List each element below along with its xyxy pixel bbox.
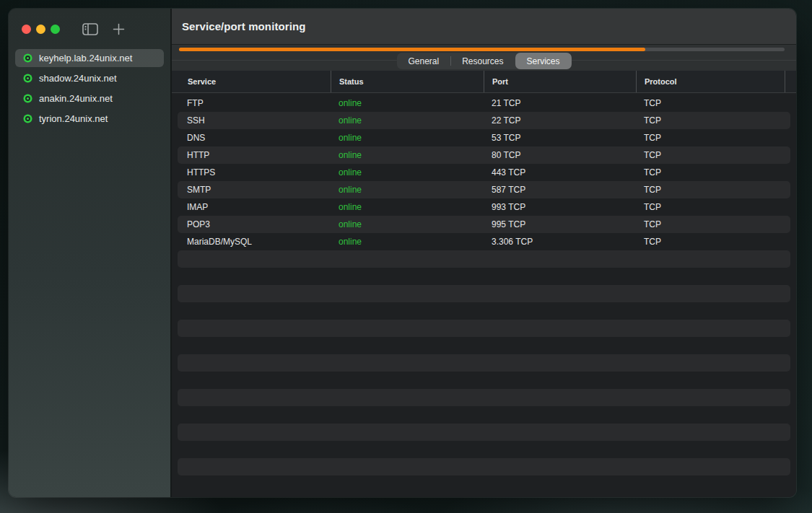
empty-table-row [178, 337, 790, 354]
table-row[interactable]: FTPonline21 TCPTCP [178, 95, 790, 112]
empty-table-row [178, 475, 790, 493]
monitoring-progress-bar [179, 48, 785, 51]
cell-protocol: TCP [636, 219, 790, 229]
table-row[interactable]: SMTPonline587 TCPTCP [178, 181, 790, 198]
server-label: shadow.24unix.net [39, 73, 117, 84]
cell-service: POP3 [178, 219, 331, 229]
app-window: keyhelp.lab.24unix.netshadow.24unix.neta… [9, 9, 796, 497]
cell-status: online [331, 219, 484, 229]
table-row[interactable]: IMAPonline993 TCPTCP [178, 198, 790, 216]
cell-status: online [331, 237, 484, 247]
table-header: ServiceStatusPortProtocol [172, 71, 796, 93]
cell-port: 3.306 TCP [484, 237, 636, 247]
table-row[interactable]: DNSonline53 TCPTCP [178, 129, 790, 146]
cell-service: SSH [178, 115, 331, 126]
table-row[interactable]: POP3online995 TCPTCP [178, 216, 790, 233]
sidebar-item-anakin[interactable]: anakin.24unix.net [15, 89, 164, 108]
empty-table-row [178, 354, 790, 372]
empty-table-row [178, 458, 790, 475]
server-list: keyhelp.lab.24unix.netshadow.24unix.neta… [9, 49, 170, 130]
cell-status: online [331, 115, 484, 126]
server-label: tyrion.24unix.net [39, 113, 108, 124]
progress-fill [179, 48, 645, 51]
empty-table-row [178, 424, 790, 441]
view-tabs: GeneralResourcesServices [396, 53, 571, 69]
column-header-port[interactable]: Port [484, 71, 636, 92]
page-title: Service/port monitoring [182, 20, 306, 32]
sidebar: keyhelp.lab.24unix.netshadow.24unix.neta… [9, 9, 172, 497]
cell-service: FTP [178, 98, 331, 108]
table-row[interactable]: HTTPSonline443 TCPTCP [178, 164, 790, 181]
server-label: anakin.24unix.net [39, 93, 113, 104]
server-status-online-icon [23, 53, 32, 63]
empty-table-row [178, 302, 790, 320]
window-titlebar: Service/port monitoring [172, 9, 796, 45]
cell-service: IMAP [178, 202, 331, 212]
cell-status: online [331, 167, 484, 177]
column-header-protocol[interactable]: Protocol [636, 71, 785, 92]
cell-port: 587 TCP [484, 185, 636, 195]
cell-port: 21 TCP [484, 98, 636, 108]
cell-service: DNS [178, 133, 331, 143]
table-row[interactable]: MariaDB/MySQLonline3.306 TCPTCP [178, 233, 790, 250]
cell-status: online [331, 150, 484, 160]
empty-table-row [178, 389, 790, 406]
desktop-background: keyhelp.lab.24unix.netshadow.24unix.neta… [0, 0, 812, 513]
empty-table-row [178, 285, 790, 302]
cell-port: 80 TCP [484, 150, 636, 160]
cell-service: HTTPS [178, 167, 331, 177]
cell-service: SMTP [178, 185, 331, 195]
empty-table-row [178, 250, 790, 268]
sidebar-item-shadow[interactable]: shadow.24unix.net [15, 69, 164, 87]
server-label: keyhelp.lab.24unix.net [39, 53, 132, 63]
empty-table-row [178, 441, 790, 458]
cell-port: 995 TCP [484, 219, 636, 229]
cell-protocol: TCP [636, 150, 790, 160]
cell-port: 22 TCP [484, 115, 636, 126]
server-status-online-icon [23, 94, 32, 103]
cell-protocol: TCP [636, 133, 790, 143]
cell-protocol: TCP [636, 115, 790, 126]
cell-status: online [331, 202, 484, 212]
cell-service: HTTP [178, 150, 331, 160]
main-content: Service/port monitoring GeneralResources… [172, 9, 796, 497]
cell-protocol: TCP [636, 167, 790, 177]
tab-toolbar: GeneralResourcesServices [172, 45, 796, 71]
tab-services[interactable]: Services [515, 53, 572, 69]
add-server-button[interactable] [113, 23, 125, 35]
column-header-service[interactable]: Service [172, 71, 331, 92]
cell-port: 53 TCP [484, 133, 636, 143]
table-row[interactable]: HTTPonline80 TCPTCP [178, 146, 790, 164]
cell-port: 993 TCP [484, 202, 636, 212]
cell-port: 443 TCP [484, 167, 636, 177]
sidebar-item-tyrion[interactable]: tyrion.24unix.net [15, 110, 164, 128]
server-status-online-icon [23, 74, 32, 83]
toggle-sidebar-icon[interactable] [82, 23, 98, 35]
cell-service: MariaDB/MySQL [178, 237, 331, 247]
cell-status: online [331, 185, 484, 195]
column-header-status[interactable]: Status [331, 71, 484, 92]
tab-general[interactable]: General [396, 53, 450, 69]
empty-table-row [178, 320, 790, 337]
minimize-window-button[interactable] [36, 25, 45, 34]
empty-table-row [178, 372, 790, 389]
services-table-body: FTPonline21 TCPTCPSSHonline22 TCPTCPDNSo… [172, 93, 796, 497]
cell-protocol: TCP [636, 202, 790, 212]
server-status-online-icon [23, 114, 32, 123]
cell-protocol: TCP [636, 237, 790, 247]
cell-status: online [331, 133, 484, 143]
table-row[interactable]: SSHonline22 TCPTCP [178, 112, 790, 129]
cell-protocol: TCP [636, 98, 790, 108]
zoom-window-button[interactable] [51, 25, 60, 34]
close-window-button[interactable] [22, 25, 31, 34]
cell-protocol: TCP [636, 185, 790, 195]
sidebar-item-keyhelp[interactable]: keyhelp.lab.24unix.net [15, 49, 164, 67]
empty-table-row [178, 268, 790, 285]
tab-resources[interactable]: Resources [450, 53, 515, 69]
empty-table-row [178, 406, 790, 424]
cell-status: online [331, 98, 484, 108]
window-controls [9, 9, 170, 49]
